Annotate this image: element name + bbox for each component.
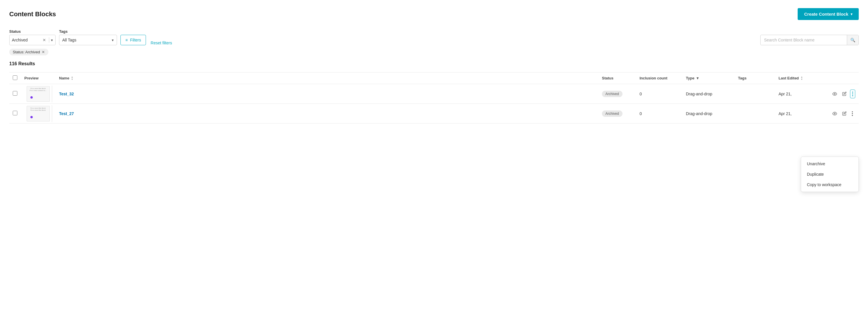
sort-down-icon: ▾ [801, 78, 802, 81]
status-filter-clear-button[interactable]: ✕ [41, 38, 47, 42]
row2-name-link[interactable]: Test_27 [59, 111, 74, 116]
close-icon: ✕ [42, 38, 46, 42]
row2-inclusion-cell: 0 [636, 104, 682, 123]
row2-view-button[interactable] [831, 110, 839, 118]
filters-row: Status Archived ✕ ▾ Tags All Tags ▾ [9, 29, 859, 45]
filter-divider [49, 37, 49, 42]
th-preview-label: Preview [24, 76, 38, 80]
row1-thumb-text: Fix a new title blockFix a new content t… [28, 86, 48, 92]
row1-type: Drag-and-drop [686, 92, 712, 96]
row2-checkbox-cell [9, 104, 21, 123]
filters-button-label: Filters [130, 38, 141, 42]
more-vert-icon [852, 92, 853, 96]
create-content-block-button[interactable]: Create Content Block ▾ [798, 8, 859, 20]
th-last-edited[interactable]: Last Edited ▴ ▾ [775, 73, 827, 84]
svg-point-5 [852, 111, 853, 113]
row2-last-edited-cell: Apr 21, [775, 104, 827, 123]
row1-actions-cell [827, 84, 859, 104]
row1-view-button[interactable] [831, 90, 839, 98]
status-filter-chevron-button[interactable]: ▾ [51, 38, 53, 42]
row2-edit-button[interactable] [840, 110, 848, 117]
tags-filter-group: Tags All Tags ▾ [59, 29, 117, 45]
row1-last-edited: Apr 21, [778, 92, 792, 96]
last-edited-sort-icon: ▴ ▾ [801, 76, 802, 81]
svg-point-1 [852, 92, 853, 93]
svg-point-7 [852, 115, 853, 116]
page-title: Content Blocks [9, 10, 56, 18]
page-header: Content Blocks Create Content Block ▾ [9, 8, 859, 20]
th-tags-label: Tags [738, 76, 746, 80]
close-icon: ✕ [42, 50, 45, 54]
create-button-chevron-icon: ▾ [850, 12, 852, 16]
th-name[interactable]: Name ▴ ▾ [56, 73, 598, 84]
select-all-checkbox[interactable] [13, 76, 18, 80]
th-type[interactable]: Type ▾ [682, 73, 735, 84]
row1-thumb-dot [30, 96, 33, 98]
status-filter-select[interactable]: Archived ✕ ▾ [9, 35, 56, 45]
tags-filter-select[interactable]: All Tags ▾ [59, 35, 117, 45]
row2-thumbnail: Fix a new title blockFix a new title blo… [27, 106, 50, 121]
tags-filter-chevron-button[interactable]: ▾ [112, 38, 114, 42]
row1-more-button[interactable] [850, 90, 855, 98]
th-type-label: Type [686, 76, 694, 80]
name-sort-icon: ▴ ▾ [71, 76, 73, 81]
active-filter-tag: Status: Archived ✕ [9, 49, 48, 55]
svg-point-0 [834, 93, 835, 94]
more-vert-icon [852, 111, 853, 116]
row1-tags-cell [735, 84, 775, 104]
search-icon: 🔍 [850, 38, 855, 42]
row2-type-cell: Drag-and-drop [682, 104, 735, 123]
row1-status-cell: Archived [598, 84, 636, 104]
row2-preview: Fix a new title blockFix a new title blo… [24, 105, 52, 122]
row2-thumb-dot [30, 116, 33, 118]
th-inclusion-label: Inclusion count [640, 76, 668, 80]
th-last-edited-content: Last Edited ▴ ▾ [778, 76, 824, 81]
row2-checkbox[interactable] [13, 111, 18, 115]
unarchive-menu-item[interactable]: Unarchive [801, 159, 859, 169]
active-filter-label: Status: Archived [13, 50, 40, 54]
create-button-label: Create Content Block [804, 11, 848, 17]
results-count: 116 Results [9, 61, 859, 66]
eye-icon [832, 111, 837, 116]
status-filter-label: Status [9, 29, 56, 34]
page-container: Content Blocks Create Content Block ▾ St… [0, 0, 868, 132]
svg-point-2 [852, 93, 853, 94]
row2-actions-cell [827, 104, 859, 123]
duplicate-menu-item[interactable]: Duplicate [801, 169, 859, 179]
search-input[interactable] [761, 38, 847, 42]
table-row: Fix a new title blockFix a new content t… [9, 84, 859, 104]
row2-actions [831, 110, 855, 118]
search-button[interactable]: 🔍 [847, 35, 859, 45]
row2-more-button[interactable] [850, 110, 855, 118]
filters-button[interactable]: ≡ Filters [120, 35, 146, 45]
duplicate-label: Duplicate [807, 172, 824, 177]
row1-inclusion-cell: 0 [636, 84, 682, 104]
row2-name-cell: Test_27 [56, 104, 598, 123]
svg-point-3 [852, 95, 853, 96]
row1-edit-button[interactable] [840, 90, 848, 98]
row1-inclusion-count: 0 [640, 92, 642, 96]
row2-last-edited: Apr 21, [778, 111, 792, 116]
row1-status-badge: Archived [602, 91, 622, 97]
th-name-content: Name ▴ ▾ [59, 76, 595, 81]
th-preview: Preview [21, 73, 56, 84]
table-row: Fix a new title blockFix a new title blo… [9, 104, 859, 123]
svg-point-4 [834, 113, 835, 114]
unarchive-label: Unarchive [807, 162, 825, 166]
row1-last-edited-cell: Apr 21, [775, 84, 827, 104]
copy-to-workspace-menu-item[interactable]: Copy to workspace [801, 179, 859, 190]
row1-name-link[interactable]: Test_32 [59, 92, 74, 96]
row1-type-cell: Drag-and-drop [682, 84, 735, 104]
active-filters-row: Status: Archived ✕ [9, 49, 859, 55]
row1-preview: Fix a new title blockFix a new content t… [24, 86, 52, 102]
pencil-icon [842, 111, 846, 116]
chevron-down-icon: ▾ [51, 38, 53, 42]
row1-checkbox[interactable] [13, 91, 18, 96]
row2-preview-cell: Fix a new title blockFix a new title blo… [21, 104, 56, 123]
search-wrapper: 🔍 [760, 35, 859, 45]
row2-status-cell: Archived [598, 104, 636, 123]
remove-filter-tag-button[interactable]: ✕ [42, 50, 45, 54]
reset-filters-label: Reset filters [151, 40, 172, 45]
reset-filters-button[interactable]: Reset filters [149, 40, 173, 45]
status-filter-group: Status Archived ✕ ▾ [9, 29, 56, 45]
